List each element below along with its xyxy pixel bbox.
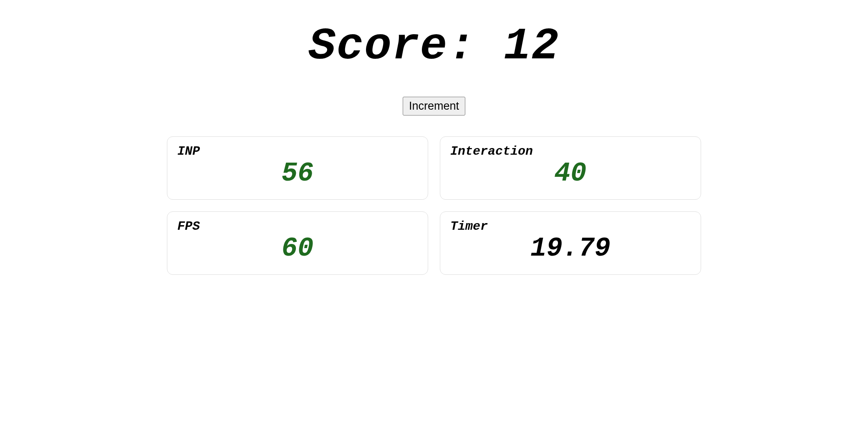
score-prefix: Score: [308, 21, 504, 72]
card-fps-value: 60 [177, 235, 418, 262]
cards-grid: INP 56 Interaction 40 FPS 60 Timer 19.79 [167, 136, 701, 275]
score-value: 12 [504, 21, 560, 72]
card-inp: INP 56 [167, 136, 428, 200]
card-interaction-value: 40 [450, 160, 691, 187]
card-inp-value: 56 [177, 160, 418, 187]
main-container: Score: 12 Increment INP 56 Interaction 4… [142, 21, 726, 275]
card-inp-label: INP [177, 144, 418, 158]
card-timer-label: Timer [450, 219, 691, 234]
card-timer-value: 19.79 [450, 235, 691, 262]
card-fps-label: FPS [177, 219, 418, 234]
card-fps: FPS 60 [167, 211, 428, 275]
card-interaction: Interaction 40 [440, 136, 701, 200]
increment-button[interactable]: Increment [403, 97, 465, 116]
button-row: Increment [167, 97, 701, 116]
score-heading: Score: 12 [167, 21, 701, 72]
card-interaction-label: Interaction [450, 144, 691, 158]
card-timer: Timer 19.79 [440, 211, 701, 275]
